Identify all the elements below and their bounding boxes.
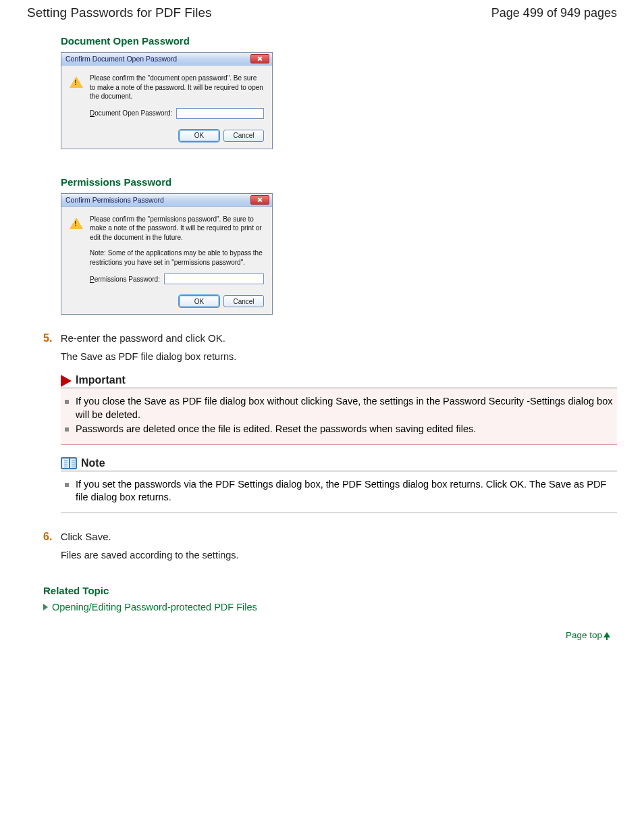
cancel-button[interactable]: Cancel xyxy=(223,295,264,307)
dialog-titlebar: Confirm Permissions Password xyxy=(61,194,272,207)
ok-button[interactable]: OK xyxy=(179,130,219,142)
page-header: Setting Passwords for PDF Files Page 499… xyxy=(0,0,644,23)
step-number: 6. xyxy=(43,531,58,543)
step-6-sub: Files are saved according to the setting… xyxy=(61,550,617,561)
related-link[interactable]: Opening/Editing Password-protected PDF F… xyxy=(52,602,257,613)
content-area: Document Open Password Confirm Document … xyxy=(0,35,644,667)
confirm-permissions-password-dialog: Confirm Permissions Password Please conf… xyxy=(61,193,273,315)
page-top-link[interactable]: Page top xyxy=(61,630,617,640)
confirm-doc-open-password-dialog: Confirm Document Open Password Please co… xyxy=(61,52,273,149)
related-link-row: Opening/Editing Password-protected PDF F… xyxy=(43,602,617,613)
dialog-message: Please confirm the "document open passwo… xyxy=(90,74,264,101)
step-6: 6. Click Save. xyxy=(43,531,617,543)
warning-icon xyxy=(70,217,83,229)
close-icon[interactable] xyxy=(250,54,269,63)
bullet-icon xyxy=(65,483,69,487)
bullet-icon xyxy=(65,427,69,432)
important-item: Passwords are deleted once the file is e… xyxy=(65,423,613,436)
doc-open-heading: Document Open Password xyxy=(61,35,617,47)
dialog-body: Please confirm the "permissions password… xyxy=(61,207,272,315)
dialog-message: Please confirm the "permissions password… xyxy=(90,215,264,242)
step-5-sub: The Save as PDF file dialog box returns. xyxy=(61,351,617,362)
password-label: Document Open Password: xyxy=(90,109,172,117)
important-title: Important xyxy=(76,374,126,386)
permissions-password-input[interactable] xyxy=(164,273,264,284)
password-label: Permissions Password: xyxy=(90,276,160,283)
page-number: Page 499 of 949 pages xyxy=(491,6,617,20)
important-text: If you close the Save as PDF file dialog… xyxy=(76,395,613,421)
bullet-icon xyxy=(65,400,69,404)
important-text: Passwords are deleted once the file is e… xyxy=(76,423,476,436)
note-title: Note xyxy=(81,457,105,469)
warning-icon xyxy=(70,76,83,88)
permissions-heading: Permissions Password xyxy=(61,176,617,188)
step-number: 5. xyxy=(43,332,58,344)
note-icon xyxy=(61,457,77,469)
step-5: 5. Re-enter the password and click OK. xyxy=(43,332,617,344)
close-icon[interactable] xyxy=(250,195,269,205)
page-title: Setting Passwords for PDF Files xyxy=(27,5,211,20)
page-top-label: Page top xyxy=(566,630,602,640)
ok-button[interactable]: OK xyxy=(179,295,219,307)
dialog-title: Confirm Permissions Password xyxy=(65,196,164,204)
important-icon xyxy=(61,375,72,387)
doc-open-password-input[interactable] xyxy=(176,108,264,119)
dialog-title: Confirm Document Open Password xyxy=(65,55,177,63)
important-item: If you close the Save as PDF file dialog… xyxy=(65,395,613,421)
dialog-note: Note: Some of the applications may be ab… xyxy=(90,249,264,267)
note-text: If you set the passwords via the PDF Set… xyxy=(76,478,613,504)
important-callout: Important If you close the Save as PDF f… xyxy=(61,374,617,445)
link-arrow-icon xyxy=(43,604,48,610)
dialog-body: Please confirm the "document open passwo… xyxy=(61,66,272,149)
dialog-titlebar: Confirm Document Open Password xyxy=(61,53,272,66)
note-callout: Note If you set the passwords via the PD… xyxy=(61,457,617,513)
step-text: Re-enter the password and click OK. xyxy=(61,332,225,344)
up-arrow-icon xyxy=(603,632,610,637)
note-item: If you set the passwords via the PDF Set… xyxy=(65,478,613,504)
related-topic-heading: Related Topic xyxy=(43,585,617,596)
step-text: Click Save. xyxy=(61,531,111,542)
cancel-button[interactable]: Cancel xyxy=(223,130,264,142)
